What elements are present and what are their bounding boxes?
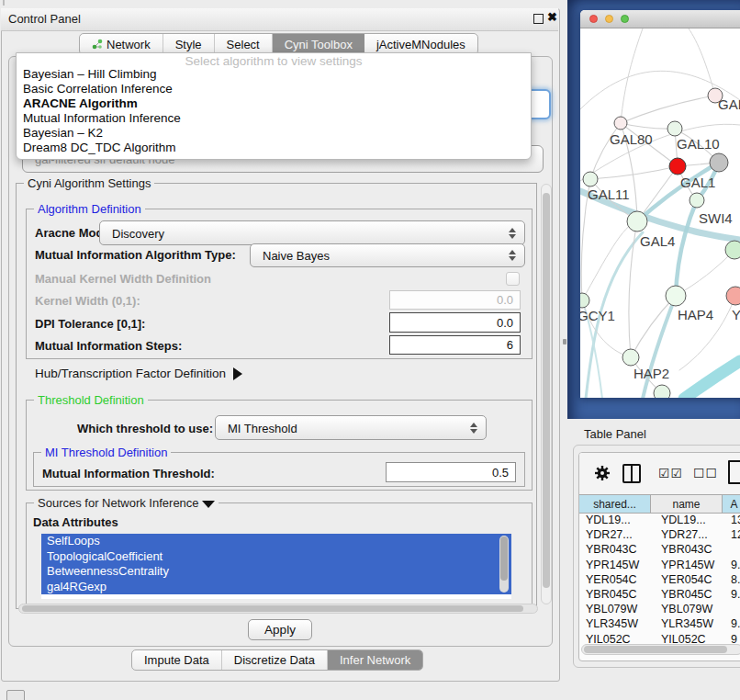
table-cell: 9.	[723, 559, 740, 571]
network-node-hap2[interactable]	[622, 349, 639, 366]
network-node-gcy1[interactable]	[580, 293, 589, 308]
manual-kernel-label: Manual Kernel Width Definition	[35, 272, 211, 286]
algorithm-option-dream8-dc-tdc-algorithm[interactable]: Dream8 DC_TDC Algorithm	[17, 141, 531, 155]
network-tab-icon	[92, 39, 103, 50]
network-node-y[interactable]	[726, 287, 740, 305]
gear-icon[interactable]	[594, 465, 611, 481]
minimize-traffic-light[interactable]	[605, 15, 613, 23]
table-row[interactable]: YLR345WYLR345W9.	[579, 616, 740, 631]
apply-button[interactable]: Apply	[248, 619, 312, 640]
attribute-item-betweennesscentrality[interactable]: BetweennessCentrality	[41, 564, 511, 580]
kernel-width-field[interactable]: 0.0	[389, 290, 521, 310]
tab-label: Discretize Data	[234, 653, 315, 667]
tab-infer-network[interactable]: Infer Network	[328, 650, 422, 670]
table-row[interactable]: YER054CYER054C8.	[579, 572, 740, 587]
algorithm-dropdown-popup: Select algorithm to view settings Bayesi…	[16, 52, 532, 160]
table-row[interactable]: YDL19...YDL19...13	[579, 513, 740, 527]
column-header-shared[interactable]: shared...	[579, 495, 651, 513]
table-row[interactable]: YDR27...YDR27...12	[579, 527, 740, 542]
collapse-down-icon[interactable]	[202, 501, 215, 508]
table-cell: YER054C	[579, 573, 651, 586]
algorithm-option-basic-correlation-inference[interactable]: Basic Correlation Inference	[17, 82, 531, 96]
data-attributes-label: Data Attributes	[33, 515, 118, 529]
table-cell: YDR27...	[651, 528, 723, 541]
attribute-item-topologicalcoefficient[interactable]: TopologicalCoefficient	[41, 549, 511, 565]
tab-label: jActiveMNodules	[376, 38, 465, 51]
zoom-traffic-light[interactable]	[621, 15, 629, 23]
tab-network[interactable]: Network	[80, 34, 163, 54]
network-canvas[interactable]: GALGAL80GAL10GAL1GAL11SWI4GAL4GCY1HAP4YH…	[580, 28, 740, 398]
aracne-mode-value: Discovery	[112, 226, 164, 240]
split-columns-icon[interactable]	[622, 464, 641, 483]
algorithm-option-bayesian-k2[interactable]: Bayesian – K2	[17, 126, 531, 141]
settings-vertical-scrollbar[interactable]	[541, 184, 552, 604]
algorithm-placeholder: Select algorithm to view settings	[17, 54, 531, 68]
network-edge	[621, 96, 715, 123]
network-node-swi4[interactable]	[690, 193, 704, 208]
table-row[interactable]: YBR045CYBR045C9.	[579, 587, 740, 602]
table-cell: YDR27...	[579, 528, 651, 541]
tab-label: Network	[107, 38, 151, 51]
tab-label: Cyni Toolbox	[285, 38, 353, 51]
docked-panel-icon[interactable]	[6, 690, 25, 700]
table-cell: YBL079W	[579, 603, 651, 615]
node-label-gcy1: GCY1	[580, 308, 615, 323]
aracne-mode-combo[interactable]: Discovery	[99, 220, 525, 245]
network-window: GALGAL80GAL10GAL1GAL11SWI4GAL4GCY1HAP4YH…	[580, 10, 740, 398]
export-table-icon[interactable]	[728, 460, 740, 484]
tab-discretize-data[interactable]: Discretize Data	[222, 650, 328, 670]
float-window-icon[interactable]	[533, 14, 544, 24]
table-row[interactable]: YBL079WYBL079W	[579, 602, 740, 616]
table-horizontal-scrollbar[interactable]	[581, 644, 740, 655]
attribute-item-gal4rgexp[interactable]: gal4RGexp	[41, 580, 511, 595]
dpi-tolerance-field[interactable]: 0.0	[389, 312, 521, 333]
tab-select[interactable]: Select	[215, 34, 273, 54]
network-node[interactable]	[710, 153, 728, 172]
column-header-a[interactable]: A	[723, 495, 740, 513]
tab-style[interactable]: Style	[163, 34, 215, 54]
network-node-gal1[interactable]	[669, 158, 686, 175]
settings-horizontal-scrollbar[interactable]	[18, 604, 538, 614]
mi-threshold-field[interactable]: 0.5	[386, 462, 516, 482]
table-row[interactable]: YPR145WYPR145W9.	[579, 558, 740, 572]
network-node-gal4[interactable]	[627, 211, 647, 231]
column-header-name[interactable]: name	[651, 495, 723, 513]
network-edge	[621, 123, 675, 129]
table-row[interactable]: YBR043CYBR043C	[579, 542, 740, 557]
network-edge	[631, 296, 676, 357]
threshold-definition-title: Threshold Definition	[34, 393, 148, 407]
attribute-list-scrollbar[interactable]	[499, 536, 509, 593]
hub-definition-toggle[interactable]: Hub/Transcription Factor Definition	[35, 367, 242, 380]
algorithm-option-mutual-information-inference[interactable]: Mutual Information Inference	[17, 111, 531, 126]
show-columns-icon[interactable]: ☑☑	[658, 466, 683, 480]
network-node[interactable]	[725, 241, 740, 259]
attribute-item-selfloops[interactable]: SelfLoops	[41, 534, 511, 549]
panel-splitter-handle[interactable]	[563, 339, 566, 344]
network-node-gal11[interactable]	[583, 172, 598, 186]
close-traffic-light[interactable]	[589, 15, 598, 23]
table-cell: 12	[723, 528, 740, 541]
tab-cyni-toolbox[interactable]: Cyni Toolbox	[273, 34, 364, 54]
mi-type-value: Naive Bayes	[263, 249, 330, 263]
network-node-gal10[interactable]	[667, 121, 682, 136]
mi-steps-field[interactable]: 6	[389, 335, 521, 355]
network-node[interactable]	[654, 385, 670, 398]
which-threshold-combo[interactable]: MI Threshold	[215, 415, 487, 440]
close-icon[interactable]: ✖	[547, 10, 557, 25]
network-window-titlebar[interactable]	[580, 10, 740, 28]
which-threshold-label: Which threshold to use:	[77, 422, 213, 435]
algorithm-option-aracne-algorithm[interactable]: ARACNE Algorithm	[17, 96, 531, 111]
network-node-gal80[interactable]	[614, 117, 627, 130]
manual-kernel-checkbox[interactable]	[506, 272, 520, 286]
sources-group-title[interactable]: Sources for Network Inference	[34, 496, 219, 510]
data-attributes-list[interactable]: SelfLoopsTopologicalCoefficientBetweenne…	[41, 534, 511, 599]
network-node-hap4[interactable]	[666, 286, 686, 306]
node-label-swi4: SWI4	[699, 210, 733, 226]
mi-type-combo[interactable]: Naive Bayes	[250, 243, 525, 267]
tab-jactivemnodules[interactable]: jActiveMNodules	[364, 34, 477, 54]
hide-columns-icon[interactable]: ☐☐	[693, 466, 718, 480]
tab-impute-data[interactable]: Impute Data	[132, 650, 222, 670]
algorithm-option-bayesian-hill-climbing[interactable]: Bayesian – Hill Climbing	[17, 67, 531, 82]
node-label-gal1: GAL1	[680, 175, 715, 190]
expand-right-icon[interactable]	[233, 367, 242, 380]
